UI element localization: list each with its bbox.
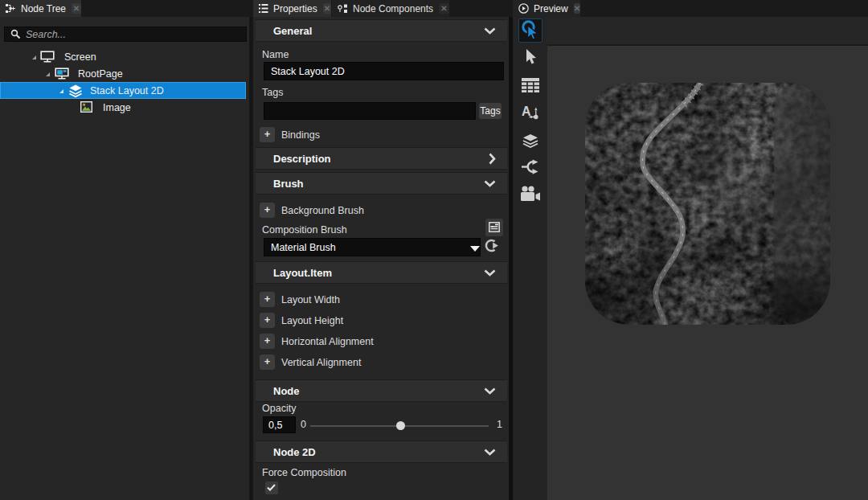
svg-text:A: A [522, 105, 531, 118]
